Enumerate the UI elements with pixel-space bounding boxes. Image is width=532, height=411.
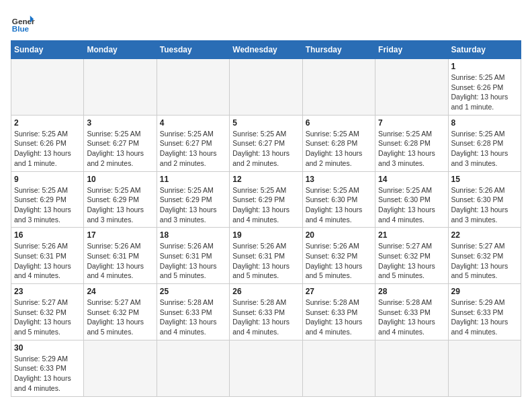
day-info: Sunrise: 5:26 AM Sunset: 6:31 PM Dayligh… (14, 241, 81, 281)
logo-icon: General Blue (11, 11, 35, 35)
day-number: 11 (160, 175, 226, 184)
day-number: 17 (87, 230, 153, 240)
calendar-day-cell: 8Sunrise: 5:25 AM Sunset: 6:28 PM Daylig… (448, 115, 521, 171)
calendar-table: SundayMondayTuesdayWednesdayThursdayFrid… (11, 40, 521, 397)
day-number: 19 (232, 230, 299, 240)
calendar-day-cell: 12Sunrise: 5:25 AM Sunset: 6:29 PM Dayli… (230, 171, 302, 228)
calendar-day-cell: 20Sunrise: 5:26 AM Sunset: 6:32 PM Dayli… (302, 228, 375, 284)
calendar-day-cell: 14Sunrise: 5:25 AM Sunset: 6:30 PM Dayli… (375, 171, 448, 228)
calendar-week-row: 9Sunrise: 5:25 AM Sunset: 6:29 PM Daylig… (11, 171, 521, 228)
day-info: Sunrise: 5:28 AM Sunset: 6:33 PM Dayligh… (160, 298, 226, 337)
calendar-day-cell: 6Sunrise: 5:25 AM Sunset: 6:28 PM Daylig… (302, 115, 375, 171)
day-info: Sunrise: 5:25 AM Sunset: 6:26 PM Dayligh… (14, 129, 81, 169)
day-info: Sunrise: 5:25 AM Sunset: 6:28 PM Dayligh… (378, 129, 445, 169)
day-number: 26 (232, 287, 299, 296)
day-info: Sunrise: 5:26 AM Sunset: 6:31 PM Dayligh… (87, 241, 153, 281)
weekday-header-cell: Wednesday (230, 41, 302, 59)
calendar-day-cell: 3Sunrise: 5:25 AM Sunset: 6:27 PM Daylig… (84, 115, 157, 171)
day-number: 16 (14, 230, 81, 240)
day-info: Sunrise: 5:27 AM Sunset: 6:32 PM Dayligh… (451, 241, 518, 281)
day-number: 28 (378, 287, 445, 296)
calendar-day-cell (375, 59, 448, 116)
day-number: 25 (160, 287, 226, 296)
weekday-header-cell: Monday (84, 41, 157, 59)
calendar-week-row: 1Sunrise: 5:25 AM Sunset: 6:26 PM Daylig… (11, 59, 521, 116)
calendar-day-cell: 26Sunrise: 5:28 AM Sunset: 6:33 PM Dayli… (230, 284, 302, 340)
calendar-day-cell: 22Sunrise: 5:27 AM Sunset: 6:32 PM Dayli… (448, 228, 521, 284)
day-info: Sunrise: 5:25 AM Sunset: 6:29 PM Dayligh… (232, 185, 299, 225)
calendar-day-cell: 28Sunrise: 5:28 AM Sunset: 6:33 PM Dayli… (375, 284, 448, 340)
day-info: Sunrise: 5:25 AM Sunset: 6:29 PM Dayligh… (87, 185, 153, 225)
calendar-day-cell: 24Sunrise: 5:27 AM Sunset: 6:32 PM Dayli… (84, 284, 157, 340)
day-number: 29 (451, 287, 518, 296)
day-number: 20 (306, 230, 372, 240)
calendar-day-cell: 7Sunrise: 5:25 AM Sunset: 6:28 PM Daylig… (375, 115, 448, 171)
day-number: 13 (306, 175, 372, 184)
day-info: Sunrise: 5:25 AM Sunset: 6:26 PM Dayligh… (451, 73, 518, 112)
calendar-week-row: 30Sunrise: 5:29 AM Sunset: 6:33 PM Dayli… (11, 340, 521, 396)
day-number: 7 (378, 118, 445, 128)
day-number: 27 (306, 287, 372, 296)
calendar-day-cell (375, 340, 448, 396)
calendar-day-cell (84, 59, 157, 116)
calendar-day-cell: 30Sunrise: 5:29 AM Sunset: 6:33 PM Dayli… (11, 340, 84, 396)
day-info: Sunrise: 5:25 AM Sunset: 6:29 PM Dayligh… (160, 185, 226, 225)
weekday-header-cell: Sunday (11, 41, 84, 59)
day-info: Sunrise: 5:29 AM Sunset: 6:33 PM Dayligh… (451, 298, 518, 337)
calendar-day-cell: 23Sunrise: 5:27 AM Sunset: 6:32 PM Dayli… (11, 284, 84, 340)
day-number: 6 (306, 118, 372, 128)
day-info: Sunrise: 5:28 AM Sunset: 6:33 PM Dayligh… (306, 298, 372, 337)
day-info: Sunrise: 5:26 AM Sunset: 6:31 PM Dayligh… (160, 241, 226, 281)
calendar-day-cell (448, 340, 521, 396)
day-info: Sunrise: 5:25 AM Sunset: 6:27 PM Dayligh… (160, 129, 226, 169)
day-info: Sunrise: 5:25 AM Sunset: 6:28 PM Dayligh… (451, 129, 518, 169)
calendar-week-row: 16Sunrise: 5:26 AM Sunset: 6:31 PM Dayli… (11, 228, 521, 284)
weekday-header-row: SundayMondayTuesdayWednesdayThursdayFrid… (11, 41, 521, 59)
calendar-day-cell: 4Sunrise: 5:25 AM Sunset: 6:27 PM Daylig… (157, 115, 229, 171)
day-number: 4 (160, 118, 226, 128)
weekday-header-cell: Thursday (302, 41, 375, 59)
day-info: Sunrise: 5:25 AM Sunset: 6:30 PM Dayligh… (378, 185, 445, 225)
weekday-header-cell: Friday (375, 41, 448, 59)
calendar-day-cell (157, 340, 229, 396)
calendar-day-cell: 2Sunrise: 5:25 AM Sunset: 6:26 PM Daylig… (11, 115, 84, 171)
day-number: 14 (378, 175, 445, 184)
day-number: 22 (451, 230, 518, 240)
calendar-day-cell: 21Sunrise: 5:27 AM Sunset: 6:32 PM Dayli… (375, 228, 448, 284)
calendar-day-cell (11, 59, 84, 116)
day-info: Sunrise: 5:25 AM Sunset: 6:27 PM Dayligh… (87, 129, 153, 169)
day-number: 5 (232, 118, 299, 128)
day-number: 2 (14, 118, 81, 128)
weekday-header-cell: Tuesday (157, 41, 229, 59)
day-number: 1 (451, 62, 518, 71)
day-info: Sunrise: 5:25 AM Sunset: 6:27 PM Dayligh… (232, 129, 299, 169)
day-info: Sunrise: 5:26 AM Sunset: 6:32 PM Dayligh… (306, 241, 372, 281)
calendar-day-cell: 17Sunrise: 5:26 AM Sunset: 6:31 PM Dayli… (84, 228, 157, 284)
calendar-day-cell: 15Sunrise: 5:26 AM Sunset: 6:30 PM Dayli… (448, 171, 521, 228)
calendar-day-cell: 19Sunrise: 5:26 AM Sunset: 6:31 PM Dayli… (230, 228, 302, 284)
day-info: Sunrise: 5:25 AM Sunset: 6:29 PM Dayligh… (14, 185, 81, 225)
calendar-day-cell: 13Sunrise: 5:25 AM Sunset: 6:30 PM Dayli… (302, 171, 375, 228)
day-number: 21 (378, 230, 445, 240)
weekday-header-cell: Saturday (448, 41, 521, 59)
day-info: Sunrise: 5:26 AM Sunset: 6:30 PM Dayligh… (451, 185, 518, 225)
day-number: 30 (14, 343, 81, 353)
day-number: 15 (451, 175, 518, 184)
calendar-day-cell (157, 59, 229, 116)
day-info: Sunrise: 5:25 AM Sunset: 6:28 PM Dayligh… (306, 129, 372, 169)
day-info: Sunrise: 5:29 AM Sunset: 6:33 PM Dayligh… (14, 354, 81, 394)
calendar-day-cell: 18Sunrise: 5:26 AM Sunset: 6:31 PM Dayli… (157, 228, 229, 284)
calendar-day-cell: 29Sunrise: 5:29 AM Sunset: 6:33 PM Dayli… (448, 284, 521, 340)
calendar-day-cell (230, 340, 302, 396)
logo: General Blue (11, 11, 35, 35)
day-info: Sunrise: 5:27 AM Sunset: 6:32 PM Dayligh… (14, 298, 81, 337)
day-info: Sunrise: 5:28 AM Sunset: 6:33 PM Dayligh… (232, 298, 299, 337)
calendar-day-cell (302, 59, 375, 116)
calendar-day-cell: 9Sunrise: 5:25 AM Sunset: 6:29 PM Daylig… (11, 171, 84, 228)
day-info: Sunrise: 5:26 AM Sunset: 6:31 PM Dayligh… (232, 241, 299, 281)
day-number: 9 (14, 175, 81, 184)
calendar-day-cell: 1Sunrise: 5:25 AM Sunset: 6:26 PM Daylig… (448, 59, 521, 116)
day-number: 12 (232, 175, 299, 184)
page-header: General Blue (11, 11, 521, 35)
calendar-day-cell: 16Sunrise: 5:26 AM Sunset: 6:31 PM Dayli… (11, 228, 84, 284)
